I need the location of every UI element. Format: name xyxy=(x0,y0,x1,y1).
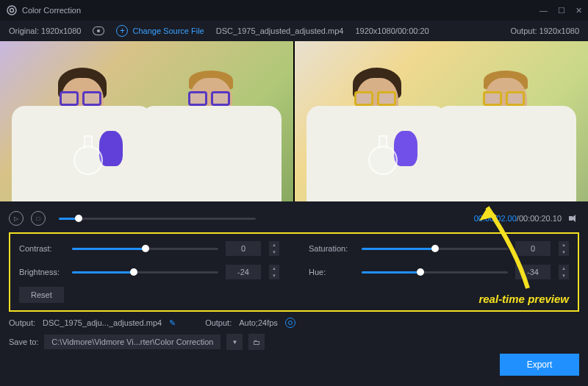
output-format-label: Output: xyxy=(205,318,232,327)
hue-value[interactable]: -34 xyxy=(515,265,551,279)
output-resolution: Output: 1920x1080 xyxy=(510,26,579,35)
hue-stepper[interactable]: ▲▼ xyxy=(559,265,569,279)
playback-bar: ▷ □ 00:00:02.00/00:00:20.10 xyxy=(0,207,588,229)
annotation-text: real-time preview xyxy=(478,293,569,305)
saturation-label: Saturation: xyxy=(309,244,354,253)
change-source-button[interactable]: + Change Source File xyxy=(116,25,204,37)
svg-point-0 xyxy=(7,6,16,15)
seek-slider[interactable] xyxy=(59,218,256,220)
reset-button[interactable]: Reset xyxy=(19,287,64,303)
maximize-button[interactable]: ☐ xyxy=(558,6,565,15)
contrast-label: Contrast: xyxy=(19,244,65,253)
export-button[interactable]: Export xyxy=(500,354,579,376)
title-text: Color Correction xyxy=(22,6,81,15)
contrast-row: Contrast: 0 ▲▼ xyxy=(19,241,279,256)
minimize-button[interactable]: — xyxy=(539,6,548,15)
svg-point-1 xyxy=(10,9,14,12)
output-file-name: DSC_1975_adju..._adjusted.mp4 xyxy=(43,318,162,327)
hue-label: Hue: xyxy=(309,268,354,276)
save-to-label: Save to: xyxy=(9,337,38,346)
saturation-value[interactable]: 0 xyxy=(515,241,551,256)
brightness-slider[interactable] xyxy=(72,271,218,274)
output-file-label: Output: xyxy=(9,318,35,327)
contrast-stepper[interactable]: ▲▼ xyxy=(269,241,279,256)
eye-icon[interactable] xyxy=(93,26,104,35)
play-button[interactable]: ▷ xyxy=(9,211,24,226)
info-bar: Original: 1920x1080 + Change Source File… xyxy=(0,21,588,41)
path-dropdown[interactable]: ▼ xyxy=(226,334,243,350)
hue-slider[interactable] xyxy=(362,271,508,274)
source-meta: 1920x1080/00:00:20 xyxy=(355,26,429,35)
saturation-slider[interactable] xyxy=(362,248,508,250)
brightness-row: Brightness: -24 ▲▼ xyxy=(19,265,279,279)
saturation-stepper[interactable]: ▲▼ xyxy=(559,241,569,256)
output-row: Output: DSC_1975_adju..._adjusted.mp4 ✎ … xyxy=(0,312,588,331)
preview-area xyxy=(0,41,588,201)
stop-button[interactable]: □ xyxy=(31,211,46,226)
preview-output xyxy=(295,41,588,201)
preview-original xyxy=(0,41,293,201)
edit-icon[interactable]: ✎ xyxy=(169,318,176,328)
volume-icon[interactable] xyxy=(569,214,579,223)
title-bar: Color Correction — ☐ ✕ xyxy=(0,0,588,21)
save-path[interactable]: C:\Vidmore\Vidmore Vi...rter\Color Corre… xyxy=(44,335,220,349)
original-resolution: Original: 1920x1080 xyxy=(9,26,81,35)
output-format-value: Auto;24fps xyxy=(239,318,278,327)
gear-icon[interactable] xyxy=(285,318,295,328)
timecode: 00:00:02.00/00:00:20.10 xyxy=(474,214,562,223)
contrast-value[interactable]: 0 xyxy=(226,241,261,256)
brightness-value[interactable]: -24 xyxy=(226,265,261,279)
close-button[interactable]: ✕ xyxy=(576,6,582,15)
source-filename: DSC_1975_adjusted_adjusted.mp4 xyxy=(216,26,344,35)
app-logo-icon xyxy=(6,4,18,16)
brightness-stepper[interactable]: ▲▼ xyxy=(269,265,279,279)
brightness-label: Brightness: xyxy=(19,268,65,276)
hue-row: Hue: -34 ▲▼ xyxy=(309,265,569,279)
contrast-slider[interactable] xyxy=(72,248,218,250)
open-folder-button[interactable]: 🗀 xyxy=(248,334,265,350)
plus-icon: + xyxy=(116,25,128,37)
saturation-row: Saturation: 0 ▲▼ xyxy=(309,241,569,256)
